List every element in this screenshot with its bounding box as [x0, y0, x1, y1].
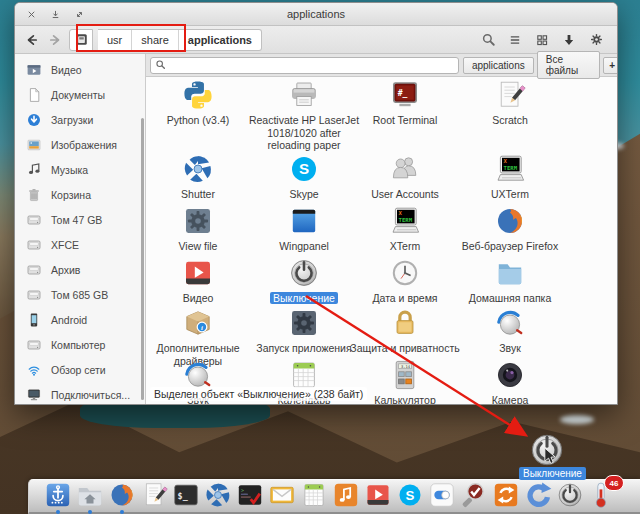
dock-item-settings[interactable]: [428, 481, 456, 509]
dock-item-shutter[interactable]: [204, 481, 232, 509]
app-label: View file: [146, 240, 255, 253]
running-indicator: [88, 510, 92, 514]
app-item-11[interactable]: XTERMXTerm: [348, 203, 462, 253]
dock-item-sync[interactable]: [492, 481, 520, 509]
sidebar-item-label: Компьютер: [51, 339, 105, 351]
sidebar-item-label: Подключиться...: [51, 389, 130, 401]
drive-s-icon: [26, 262, 42, 278]
window-title: applications: [15, 3, 617, 25]
dock-item-videos[interactable]: [364, 481, 392, 509]
sidebar-item-5[interactable]: Музыка: [15, 157, 145, 182]
svg-text:S: S: [406, 488, 415, 503]
app-item-12[interactable]: Веб-браузер Firefox: [453, 203, 567, 253]
grid-view-icon[interactable]: [533, 31, 551, 49]
sidebar-item-12[interactable]: Компьютер: [15, 332, 145, 357]
search-field[interactable]: [150, 57, 459, 74]
sidebar-item-2[interactable]: Документы: [15, 82, 145, 107]
box-info-icon: i: [146, 305, 255, 341]
sidebar-scrollbar[interactable]: [141, 118, 144, 400]
app-item-4[interactable]: Scratch: [453, 77, 567, 127]
dock-item-calendar[interactable]: [300, 481, 328, 509]
sync-orange-icon: [492, 495, 520, 512]
dock-item-plank-dock[interactable]: [44, 481, 72, 509]
sidebar-item-label: Архив: [51, 264, 80, 276]
back-icon[interactable]: [23, 31, 41, 49]
forward-icon[interactable]: [46, 31, 64, 49]
drive-s-icon: [26, 337, 42, 353]
app-item-15[interactable]: Дата и время: [348, 255, 462, 305]
list-view-icon[interactable]: [506, 31, 524, 49]
dock-item-music[interactable]: [332, 481, 360, 509]
dock-item-restart[interactable]: [524, 481, 552, 509]
dock-item-mail[interactable]: [268, 481, 296, 509]
drive-s-icon: [26, 287, 42, 303]
music-orange-icon: [332, 495, 360, 512]
dock-item-checker[interactable]: [460, 481, 488, 509]
sidebar-item-6[interactable]: Корзина: [15, 182, 145, 207]
sidebar-item-14[interactable]: Подключиться...: [15, 382, 145, 405]
sidebar-item-10[interactable]: Том 685 GB: [15, 282, 145, 307]
titlebar[interactable]: applications: [15, 3, 617, 26]
dock-item-scratch[interactable]: [140, 481, 168, 509]
app-item-20[interactable]: Звук: [453, 305, 567, 355]
sidebar-item-13[interactable]: Обзор сети: [15, 357, 145, 382]
download-s-icon: [26, 112, 42, 128]
users-icon: [348, 151, 462, 187]
python-icon: [146, 77, 255, 113]
sidebar-item-8[interactable]: XFCE: [15, 232, 145, 257]
svg-text:i: i: [201, 324, 203, 331]
dock-item-files[interactable]: [76, 481, 104, 509]
dock-item-firefox[interactable]: [108, 481, 136, 509]
sidebar-item-label: Корзина: [51, 189, 91, 201]
app-item-5[interactable]: Shutter: [146, 151, 255, 201]
down-arrow-icon[interactable]: [560, 31, 578, 49]
dock-item-shutdown[interactable]: [556, 481, 584, 509]
dock-item-temperature[interactable]: 46: [588, 481, 616, 509]
sidebar-item-4[interactable]: Изображения: [15, 132, 145, 157]
dock-item-uxterm[interactable]: >_: [236, 481, 264, 509]
sidebar-item-11[interactable]: Android: [15, 307, 145, 332]
tab-applications[interactable]: applications: [463, 57, 534, 74]
search-icon[interactable]: [479, 31, 497, 49]
power-icon: [247, 255, 361, 291]
breadcrumb-share[interactable]: share: [132, 30, 179, 50]
sidebar-item-label: Том 47 GB: [51, 214, 102, 226]
sidebar-item-7[interactable]: Том 47 GB: [15, 207, 145, 232]
filesystem-icon[interactable]: [69, 29, 93, 51]
tab-all-files[interactable]: Все файлы: [537, 51, 601, 79]
app-item-7[interactable]: User Accounts: [348, 151, 462, 201]
svg-text:#_: #_: [398, 89, 408, 98]
sidebar-item-9[interactable]: Архив: [15, 257, 145, 282]
svg-text:TERM: TERM: [504, 165, 518, 171]
status-text: Выделен объект «Выключение» (238 байт): [150, 387, 367, 401]
skype-icon: S: [247, 151, 361, 187]
app-item-2[interactable]: Reactivate HP LaserJet 1018/1020 after r…: [247, 77, 361, 152]
app-item-14[interactable]: Выключение: [247, 255, 361, 305]
dock-item-skype[interactable]: S: [396, 481, 424, 509]
app-item-19[interactable]: Защита и приватность: [348, 305, 462, 355]
search-input[interactable]: [170, 58, 454, 72]
gear-icon[interactable]: [587, 31, 605, 49]
app-item-6[interactable]: SSkype: [247, 151, 361, 201]
dock-item-terminal[interactable]: $_: [172, 481, 200, 509]
new-tab-button[interactable]: +: [603, 57, 618, 74]
sidebar-item-label: Обзор сети: [51, 364, 106, 376]
app-item-13[interactable]: Видео: [146, 255, 255, 305]
app-item-3[interactable]: #_Root Terminal: [348, 77, 462, 127]
doc-s-icon: [26, 87, 42, 103]
app-item-1[interactable]: Python (v3.4): [146, 77, 255, 127]
app-item-16[interactable]: Домашняя папка: [453, 255, 567, 305]
breadcrumb-applications[interactable]: applications: [179, 30, 261, 50]
app-item-9[interactable]: View file: [146, 203, 255, 253]
app-item-8[interactable]: XTERMUXTerm: [453, 151, 567, 201]
drive-s-icon: [26, 237, 42, 253]
lock-icon: [348, 305, 462, 341]
sidebar-item-3[interactable]: Загрузки: [15, 107, 145, 132]
app-item-10[interactable]: Wingpanel: [247, 203, 361, 253]
app-item-24[interactable]: Камера: [453, 357, 567, 404]
breadcrumb-usr[interactable]: usr: [98, 30, 132, 50]
app-label: Python (v3.4): [146, 114, 255, 127]
camera-icon: [453, 357, 567, 393]
sidebar-item-1[interactable]: Видео: [15, 57, 145, 82]
app-item-18[interactable]: Запуск приложения: [247, 305, 361, 355]
